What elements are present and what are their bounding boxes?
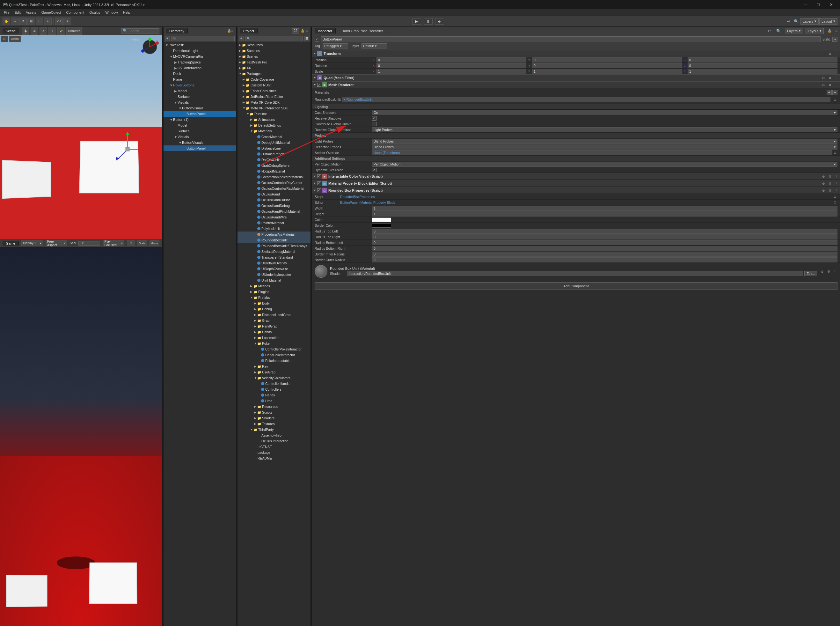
go-name-field[interactable]: ButtonPanel	[321, 36, 821, 42]
rbp-height-field[interactable]: 1	[372, 211, 837, 216]
transform-settings-btn[interactable]: ⚙	[827, 51, 832, 56]
scale-y-field[interactable]: 1	[532, 69, 682, 74]
scene-audio-btn[interactable]: ♪	[48, 27, 56, 35]
menu-oculus[interactable]: Oculus	[87, 10, 103, 15]
position-z-field[interactable]: 0	[688, 57, 837, 63]
scene-hand-btn[interactable]: ✋	[22, 27, 29, 35]
project-item-scenes[interactable]: ▶📁Scenes	[237, 53, 311, 59]
project-item-oculus_hand[interactable]: OculusHand	[237, 191, 311, 197]
material-menu-btn[interactable]: ⋮	[832, 269, 837, 274]
project-item-custom_nunit[interactable]: ▶📁Custom NUnit	[237, 82, 311, 88]
project-item-body_pf[interactable]: ▶📁Body	[237, 300, 311, 306]
hierarchy-item-ovrinteraction[interactable]: ▶OVRInteraction	[164, 65, 236, 71]
icv-checkbox[interactable]: ✓	[317, 174, 321, 178]
project-item-packages_header[interactable]: ▼📁Packages	[237, 71, 311, 77]
layer-dropdown[interactable]: Default ▾	[362, 43, 387, 49]
project-add-btn[interactable]: +	[239, 36, 244, 41]
project-item-transparent[interactable]: TransparentStandard	[237, 255, 311, 260]
scene-view[interactable]: Persp X Y Z	[0, 35, 162, 239]
stats-btn[interactable]: Stats	[137, 241, 147, 246]
project-item-ui_underlay[interactable]: UIUnderlayImposter	[237, 272, 311, 277]
toolbar-move-btn[interactable]: ↔	[11, 17, 19, 25]
toolbar-rotate-btn[interactable]: ↺	[19, 17, 27, 25]
step-button[interactable]: ⏭	[435, 18, 444, 25]
project-item-locomotion_pf[interactable]: ▶📁Locomotion	[237, 335, 311, 341]
quad-ref-btn[interactable]: ⊙	[821, 75, 826, 80]
play-button[interactable]: ▶	[412, 18, 421, 25]
position-x-field[interactable]: 0	[376, 57, 526, 63]
project-item-debug_pf[interactable]: ▶📁Debug	[237, 306, 311, 312]
project-item-controllers[interactable]: Controllers	[237, 387, 311, 392]
motion-vectors-dropdown[interactable]: Per Object Motion ▾	[372, 162, 837, 167]
rotation-x-field[interactable]: 0	[376, 63, 526, 68]
hierarchy-item-buttonvisuals2[interactable]: ▼ButtonVisuals	[164, 140, 236, 146]
project-item-scripts_pf[interactable]: ▶📁Scripts	[237, 410, 311, 415]
scene-gizmo-btn[interactable]: Gizmos ▾	[66, 27, 81, 35]
rbp-radius-bl-field[interactable]: 0	[372, 240, 837, 245]
toolbar-light-btn[interactable]: ☀	[64, 17, 71, 25]
scene-search-input[interactable]	[128, 29, 158, 33]
quad-settings-btn[interactable]: ⚙	[827, 75, 832, 80]
hierarchy-item-surface2[interactable]: Surface	[164, 128, 236, 134]
interactable-color-visual-header[interactable]: ▼ ✓ ◈ Interactable Color Visual (Script)…	[312, 173, 840, 180]
project-item-resources[interactable]: ▶📁Resources	[237, 42, 311, 48]
project-item-resources2[interactable]: ▶📁Resources	[237, 404, 311, 410]
inspector-undo-btn[interactable]: ↩	[766, 27, 773, 34]
hierarchy-item-trackingspace[interactable]: ▶TrackingSpace	[164, 59, 236, 65]
hierarchy-item-model2[interactable]: Model	[164, 122, 236, 128]
mesh-renderer-settings-btn[interactable]: ⚙	[827, 82, 832, 88]
rbp-border-color-swatch[interactable]	[372, 223, 391, 228]
project-item-usegrab_pf[interactable]: ▶📁UseGrab	[237, 369, 311, 375]
hierarchy-item-poketest[interactable]: ▼PokeTest*	[164, 42, 236, 48]
mpbe-checkbox[interactable]: ✓	[317, 182, 321, 185]
layout-dropdown[interactable]: Layout ▾	[819, 18, 837, 25]
mesh-renderer-header[interactable]: ▼ ✓ ▣ Mesh Renderer ⊙ ⚙ ⋮	[312, 81, 840, 88]
project-item-meta_xr_interaction[interactable]: ▼📁Meta XR Interaction SDK	[237, 105, 311, 111]
menu-file[interactable]: File	[1, 10, 12, 15]
project-item-samples[interactable]: ▶📁Samples	[237, 48, 311, 53]
rbp-radius-tr-field[interactable]: 0	[372, 235, 837, 239]
project-item-distance_handgrab[interactable]: ▶📁DistanceHandGrab	[237, 312, 311, 318]
editor-browse-btn[interactable]: ⊙	[832, 200, 837, 205]
project-item-prefabs[interactable]: ▼📁Prefabs	[237, 295, 311, 300]
inspector-tab[interactable]: Inspector	[315, 28, 336, 33]
shader-edit-btn[interactable]: Edit...	[804, 271, 817, 276]
tag-dropdown[interactable]: Untagged ▾	[323, 43, 348, 49]
toolbar-transform-btn[interactable]: ✦	[44, 17, 52, 25]
rbp-width-field[interactable]: 1	[372, 206, 837, 211]
undo-btn[interactable]: ↩	[785, 18, 792, 25]
inspector-lock-icon[interactable]: 🔒	[828, 29, 831, 33]
scale-slider[interactable]: 1x	[78, 241, 100, 246]
material-property-block-editor-header[interactable]: ▼ ✓ ▤ Material Property Block Editor (Sc…	[312, 180, 840, 187]
project-item-readme[interactable]: README	[237, 455, 311, 461]
hierarchy-item-hoverbuttons[interactable]: ▼HoverButtons	[164, 82, 236, 88]
project-item-hands_pf2[interactable]: Hands	[237, 392, 311, 398]
mpbe-menu-btn[interactable]: ⋮	[834, 181, 839, 186]
menu-edit[interactable]: Edit	[12, 10, 23, 15]
add-component-button[interactable]: Add Component	[315, 282, 837, 290]
mpbe-settings-btn[interactable]: ⚙	[827, 181, 832, 186]
project-item-meta_xr_core[interactable]: ▶📁Meta XR Core SDK	[237, 100, 311, 105]
hierarchy-item-buttonvisuals1[interactable]: ▼ButtonVisuals	[164, 105, 236, 111]
project-item-textures_pf[interactable]: ▶📁Textures	[237, 421, 311, 427]
hierarchy-item-buttonpanel2[interactable]: ButtonPanel	[164, 146, 236, 151]
script-value[interactable]: RoundedBoxProperties	[340, 195, 832, 199]
hierarchy-item-myovrcamerarig[interactable]: ▼MyOVRCameraRig	[164, 53, 236, 59]
project-item-editor_coroutines[interactable]: ▶📁Editor Coroutines	[237, 88, 311, 94]
gizmos-btn[interactable]: Gizm	[150, 241, 159, 246]
project-item-skeletal_debug[interactable]: SkelatalDebugMaterial	[237, 249, 311, 255]
search-btn[interactable]: 🔍	[793, 18, 800, 25]
project-item-xr[interactable]: ▶📁XR	[237, 65, 311, 71]
hierarchy-item-plane[interactable]: Plane	[164, 77, 236, 82]
rotation-y-field[interactable]: 0	[532, 63, 682, 68]
element0-browse-btn[interactable]: ⊙	[832, 97, 837, 102]
scale-z-field[interactable]: 1	[688, 69, 837, 74]
scene-gizmo-widget[interactable]: X Y Z	[141, 38, 159, 56]
project-item-velocity_pf[interactable]: ▼📁VelocityCalculators	[237, 375, 311, 381]
project-item-materials[interactable]: ▼📁Materials	[237, 128, 311, 134]
materials-add-btn[interactable]: +	[827, 90, 832, 95]
light-probes-dropdown[interactable]: Blend Probes ▾	[372, 139, 837, 144]
project-item-hotspot[interactable]: HotspotMaterial	[237, 168, 311, 174]
project-item-distance_line[interactable]: DistanceLine	[237, 146, 311, 151]
rbp-border-outer-field[interactable]: 0	[372, 257, 837, 263]
